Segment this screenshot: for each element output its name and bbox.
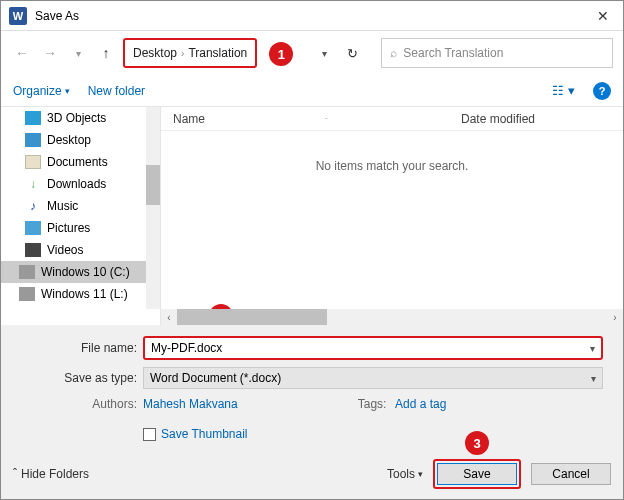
callout-3: 3: [465, 431, 489, 455]
desktop-icon: [25, 133, 41, 147]
back-icon[interactable]: ←: [11, 42, 33, 64]
callout-1: 1: [269, 42, 293, 66]
chevron-down-icon[interactable]: ▾: [591, 373, 596, 384]
sidebar-item-3d-objects[interactable]: 3D Objects: [1, 107, 160, 129]
refresh-icon[interactable]: ↻: [341, 46, 363, 61]
tools-button[interactable]: Tools ▾: [387, 467, 423, 481]
breadcrumb-dropdown-icon[interactable]: ▾: [313, 48, 335, 59]
save-thumbnail-checkbox[interactable]: Save Thumbnail: [143, 427, 611, 441]
bottom-panel: File name: My-PDF.docx ▾ Save as type: W…: [1, 325, 623, 500]
chevron-right-icon: ›: [181, 48, 184, 59]
tags-label: Tags:: [358, 397, 393, 411]
title-bar: W Save As ✕: [1, 1, 623, 31]
column-date[interactable]: Date modified: [451, 112, 623, 126]
sidebar: 3D Objects Desktop Documents ↓Downloads …: [1, 107, 161, 325]
sidebar-item-documents[interactable]: Documents: [1, 151, 160, 173]
recent-dropdown-icon[interactable]: ▾: [67, 42, 89, 64]
main-area: 3D Objects Desktop Documents ↓Downloads …: [1, 107, 623, 325]
column-name[interactable]: Nameˆ: [161, 112, 451, 126]
horizontal-scrollbar[interactable]: 2 ‹ ›: [161, 309, 623, 325]
up-icon[interactable]: ↑: [95, 42, 117, 64]
sidebar-item-windows11[interactable]: Windows 11 (L:): [1, 283, 160, 305]
chevron-down-icon[interactable]: ▾: [590, 343, 595, 354]
3d-objects-icon: [25, 111, 41, 125]
word-app-icon: W: [9, 7, 27, 25]
checkbox-icon[interactable]: [143, 428, 156, 441]
breadcrumb-item[interactable]: Translation: [188, 46, 247, 60]
breadcrumb-item[interactable]: Desktop: [133, 46, 177, 60]
search-icon: ⌕: [390, 46, 397, 60]
scroll-right-icon[interactable]: ›: [607, 312, 623, 323]
navigation-bar: ← → ▾ ↑ Desktop › Translation 1 ▾ ↻ ⌕ Se…: [1, 31, 623, 75]
sidebar-item-pictures[interactable]: Pictures: [1, 217, 160, 239]
toolbar: Organize ▾ New folder ☷ ▾ ?: [1, 75, 623, 107]
empty-message: No items match your search.: [161, 131, 623, 309]
filename-input[interactable]: My-PDF.docx ▾: [143, 336, 603, 360]
sidebar-item-windows10[interactable]: Windows 10 (C:): [1, 261, 160, 283]
scroll-thumb[interactable]: [177, 309, 327, 325]
column-headers: Nameˆ Date modified: [161, 107, 623, 131]
music-icon: ♪: [25, 199, 41, 213]
cancel-button[interactable]: Cancel: [531, 463, 611, 485]
sort-caret-icon: ˆ: [325, 116, 328, 125]
filename-label: File name:: [13, 341, 143, 355]
forward-icon: →: [39, 42, 61, 64]
new-folder-button[interactable]: New folder: [88, 84, 145, 98]
sidebar-scrollbar[interactable]: [146, 107, 160, 309]
scroll-left-icon[interactable]: ‹: [161, 312, 177, 323]
search-input[interactable]: ⌕ Search Translation: [381, 38, 613, 68]
window-title: Save As: [35, 9, 591, 23]
sidebar-scroll-thumb[interactable]: [146, 165, 160, 205]
chevron-down-icon: ▾: [418, 469, 423, 479]
saveastype-label: Save as type:: [13, 371, 143, 385]
view-options-icon[interactable]: ☷ ▾: [552, 83, 575, 98]
chevron-down-icon: ▾: [65, 86, 70, 96]
pictures-icon: [25, 221, 41, 235]
hide-folders-button[interactable]: ˆ Hide Folders: [13, 467, 89, 481]
sidebar-item-downloads[interactable]: ↓Downloads: [1, 173, 160, 195]
saveastype-select[interactable]: Word Document (*.docx) ▾: [143, 367, 603, 389]
documents-icon: [25, 155, 41, 169]
sidebar-item-desktop[interactable]: Desktop: [1, 129, 160, 151]
sidebar-item-music[interactable]: ♪Music: [1, 195, 160, 217]
save-button[interactable]: Save: [437, 463, 517, 485]
tags-value[interactable]: Add a tag: [395, 397, 446, 411]
drive-icon: [19, 265, 35, 279]
videos-icon: [25, 243, 41, 257]
downloads-icon: ↓: [25, 177, 41, 191]
breadcrumb[interactable]: Desktop › Translation 1: [123, 38, 257, 68]
search-placeholder: Search Translation: [403, 46, 503, 60]
organize-button[interactable]: Organize ▾: [13, 84, 70, 98]
file-list: Nameˆ Date modified No items match your …: [161, 107, 623, 325]
help-icon[interactable]: ?: [593, 82, 611, 100]
chevron-up-icon: ˆ: [13, 467, 17, 481]
sidebar-item-videos[interactable]: Videos: [1, 239, 160, 261]
close-icon[interactable]: ✕: [591, 8, 615, 24]
authors-value[interactable]: Mahesh Makvana: [143, 397, 238, 411]
authors-label: Authors:: [13, 397, 143, 411]
drive-icon: [19, 287, 35, 301]
